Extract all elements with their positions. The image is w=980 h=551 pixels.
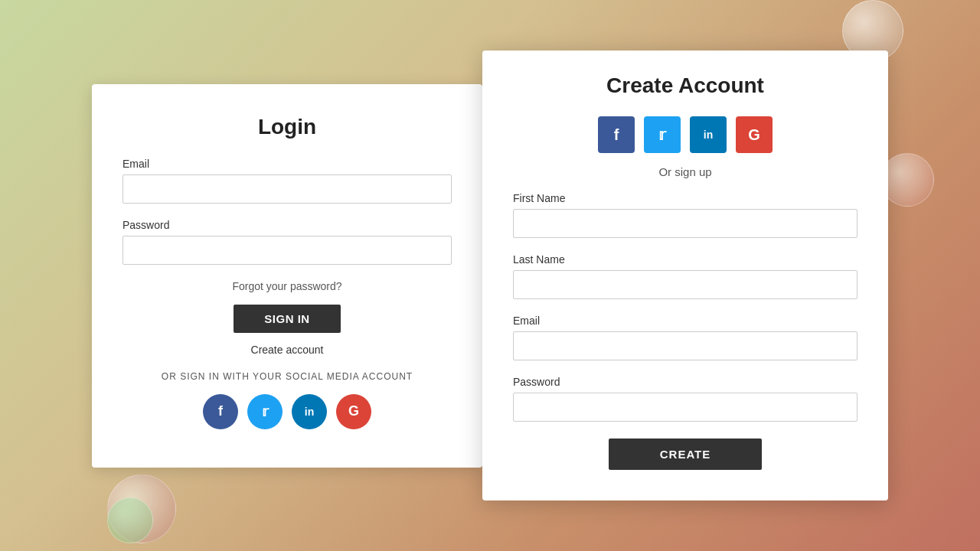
email-label: Email — [122, 158, 452, 170]
login-social-icons: f 𝕣 in G — [122, 394, 452, 429]
create-email-field-group: Email — [513, 315, 858, 373]
login-twitter-button[interactable]: 𝕣 — [247, 394, 283, 429]
email-input[interactable] — [122, 174, 452, 204]
last-name-label: Last Name — [513, 253, 858, 266]
password-field-group: Password — [122, 219, 452, 277]
twitter-icon: 𝕣 — [262, 403, 269, 420]
create-email-input[interactable] — [513, 331, 858, 360]
create-title: Create Account — [513, 73, 858, 98]
login-linkedin-button[interactable]: in — [292, 394, 327, 429]
decorative-bubble-2 — [880, 153, 934, 207]
last-name-input[interactable] — [513, 270, 858, 299]
login-card: Login Email Password Forgot your passwor… — [92, 84, 482, 468]
login-google-button[interactable]: G — [336, 394, 371, 429]
last-name-field-group: Last Name — [513, 253, 858, 311]
google-icon: G — [348, 403, 359, 419]
create-social-icons: f 𝕣 in G — [513, 116, 858, 153]
create-twitter-button[interactable]: 𝕣 — [644, 116, 681, 153]
google-icon: G — [748, 126, 760, 144]
login-facebook-button[interactable]: f — [203, 394, 238, 429]
decorative-bubble-4 — [107, 497, 153, 543]
create-facebook-button[interactable]: f — [598, 116, 635, 153]
cards-wrapper: Login Email Password Forgot your passwor… — [92, 51, 888, 500]
create-button[interactable]: CREATE — [609, 439, 762, 470]
create-linkedin-button[interactable]: in — [690, 116, 727, 153]
create-account-card: Create Account f 𝕣 in G Or sign up First… — [482, 51, 888, 500]
first-name-field-group: First Name — [513, 192, 858, 250]
password-label: Password — [122, 219, 452, 231]
forgot-password-link[interactable]: Forgot your password? — [122, 280, 452, 292]
email-field-group: Email — [122, 158, 452, 216]
or-signup-text: Or sign up — [513, 165, 858, 178]
create-password-input[interactable] — [513, 393, 858, 422]
twitter-icon: 𝕣 — [658, 126, 666, 144]
social-divider-text: OR SIGN IN WITH YOUR SOCIAL MEDIA ACCOUN… — [122, 371, 452, 382]
sign-in-button[interactable]: SIGN IN — [234, 305, 341, 333]
facebook-icon: f — [614, 126, 619, 144]
password-input[interactable] — [122, 236, 452, 265]
facebook-icon: f — [218, 403, 223, 419]
create-account-link[interactable]: Create account — [122, 344, 452, 356]
linkedin-icon: in — [305, 406, 314, 418]
create-email-label: Email — [513, 315, 858, 327]
create-google-button[interactable]: G — [736, 116, 773, 153]
first-name-label: First Name — [513, 192, 858, 204]
first-name-input[interactable] — [513, 209, 858, 238]
linkedin-icon: in — [704, 129, 713, 141]
create-password-label: Password — [513, 376, 858, 388]
create-password-field-group: Password — [513, 376, 858, 434]
login-title: Login — [122, 115, 452, 139]
